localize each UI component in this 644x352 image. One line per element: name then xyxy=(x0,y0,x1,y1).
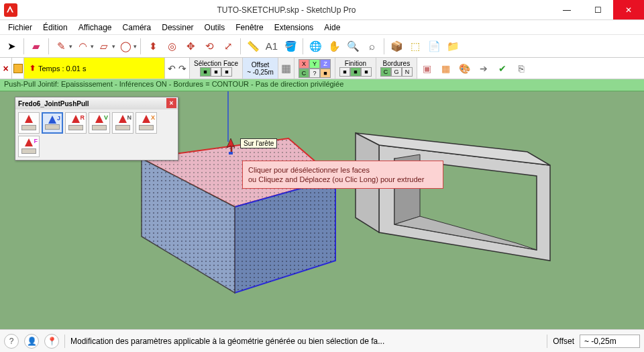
arc-tool-icon[interactable]: ◠ xyxy=(74,38,91,55)
undo-redo-group: ↶ ↷ xyxy=(165,58,190,79)
orbit-tool-icon[interactable]: 🌐 xyxy=(307,38,324,55)
status-text: Modification des paramètres applicable à… xyxy=(70,337,541,346)
menu-fenetre[interactable]: Fenêtre xyxy=(230,21,268,34)
hint-box: Cliquer pour désélectionner les faces ou… xyxy=(242,161,443,189)
tooltip-arete: Sur l'arête xyxy=(240,138,277,148)
rotate-tool-icon[interactable]: ⟲ xyxy=(201,38,218,55)
select-tool-icon[interactable]: ➤ xyxy=(3,38,20,55)
secondary-toolbar: × ⬆Temps : 0.01 s ↶ ↷ Sélection Face ■■■… xyxy=(0,58,644,79)
fredo6-close-icon[interactable]: × xyxy=(166,98,176,108)
fredo-tool-follow[interactable]: F xyxy=(18,136,40,157)
scale-tool-icon[interactable]: ⤢ xyxy=(219,38,237,55)
minimize-button[interactable]: — xyxy=(551,0,582,19)
tape-tool-icon[interactable]: 📏 xyxy=(244,38,262,55)
finition-panel[interactable]: Finition ■■■ xyxy=(335,58,376,79)
grid-icon-panel[interactable]: ▦ xyxy=(278,58,294,79)
panel-rollup-icon[interactable] xyxy=(12,58,24,79)
menu-camera[interactable]: Caméra xyxy=(117,21,157,34)
panel-close-icon[interactable]: × xyxy=(0,58,12,79)
status-bar: ? 👤 📍 Modification des paramètres applic… xyxy=(0,329,644,352)
undo-icon[interactable]: ↶ xyxy=(168,63,176,74)
fredo-tool-vector[interactable]: V xyxy=(89,112,110,134)
zoom-extents-icon[interactable]: ⌕ xyxy=(363,38,380,55)
geo-icon[interactable]: 📍 xyxy=(44,334,59,349)
fredo-tool-1[interactable] xyxy=(18,112,40,134)
warehouse-icon[interactable]: 📦 xyxy=(388,38,405,55)
extension-icon[interactable]: ⬚ xyxy=(407,38,424,55)
menu-bar: Fichier Édition Affichage Caméra Dessine… xyxy=(0,20,644,35)
move-tool-icon[interactable]: ✥ xyxy=(182,38,199,55)
exit-icon[interactable]: ⎘ xyxy=(514,61,529,76)
cube-wireframe-icon[interactable]: ▣ xyxy=(420,61,435,76)
help-icon[interactable]: ? xyxy=(4,334,19,349)
pan-tool-icon[interactable]: ✋ xyxy=(325,38,343,55)
close-button[interactable]: ✕ xyxy=(613,0,644,19)
check-icon[interactable]: ✔ xyxy=(495,61,510,76)
export-icon[interactable]: 📁 xyxy=(444,38,462,55)
title-bar: TUTO-SKETCHUP.skp - SketchUp Pro — ☐ ✕ xyxy=(0,0,644,20)
fredo6-title[interactable]: Fredo6_JointPushPull × xyxy=(15,97,178,109)
timer-display: ⬆Temps : 0.01 s xyxy=(24,58,165,79)
pushpull-tool-icon[interactable]: ⬍ xyxy=(144,38,162,55)
bordures-panel[interactable]: Bordures CGN xyxy=(376,58,417,79)
hint-line-1: Cliquer pour désélectionner les faces xyxy=(248,165,437,175)
redo-icon[interactable]: ↷ xyxy=(178,63,186,74)
window-buttons: — ☐ ✕ xyxy=(551,0,644,19)
status-offset-label: Offset xyxy=(553,337,574,346)
fredo-tool-round[interactable]: R xyxy=(65,112,87,134)
menu-fichier[interactable]: Fichier xyxy=(3,21,38,34)
palette-icon[interactable]: 🎨 xyxy=(458,61,472,76)
cursor-icon xyxy=(224,137,237,150)
right-icon-group: ▣ ▦ 🎨 ➔ ✔ ⎘ xyxy=(417,58,644,79)
user-icon[interactable]: 👤 xyxy=(24,334,39,349)
layout-icon[interactable]: 📄 xyxy=(425,38,443,55)
app-icon xyxy=(4,3,17,17)
maximize-button[interactable]: ☐ xyxy=(582,0,613,19)
window-title: TUTO-SKETCHUP.skp - SketchUp Pro xyxy=(21,5,551,15)
cube-orange-icon[interactable]: ▦ xyxy=(439,61,453,76)
line-tool-icon[interactable]: ✎ xyxy=(52,38,70,55)
status-offset-input[interactable]: ~ -0,25m xyxy=(580,335,640,348)
menu-edition[interactable]: Édition xyxy=(38,21,73,34)
xyz-panel[interactable]: X Y Z C ? ■ xyxy=(294,58,335,79)
menu-affichage[interactable]: Affichage xyxy=(73,21,117,34)
menu-outils[interactable]: Outils xyxy=(199,21,231,34)
rectangle-tool-icon[interactable]: ▱ xyxy=(95,38,113,55)
hint-line-2: ou Cliquez and Déplacez (ou Clic Long) p… xyxy=(248,175,437,184)
offset-panel[interactable]: Offset ~ -0,25m xyxy=(243,58,278,79)
menu-dessiner[interactable]: Dessiner xyxy=(156,21,199,34)
info-bar: Push-Pull Jointif: Epaississement - Infé… xyxy=(0,79,644,91)
fredo6-toolbar[interactable]: Fredo6_JointPushPull × J R V N X F xyxy=(15,97,178,161)
circle-tool-icon[interactable]: ◯ xyxy=(117,38,134,55)
selection-face-panel[interactable]: Sélection Face ■■■ xyxy=(190,58,243,79)
fredo-tool-extrude[interactable]: X xyxy=(136,112,157,134)
svg-rect-17 xyxy=(229,152,233,155)
offset-tool-icon[interactable]: ◎ xyxy=(163,38,180,55)
eraser-tool-icon[interactable]: ▰ xyxy=(28,38,45,55)
menu-aide[interactable]: Aide xyxy=(319,21,345,34)
fredo-tool-normal[interactable]: N xyxy=(112,112,133,134)
zoom-tool-icon[interactable]: 🔍 xyxy=(344,38,362,55)
fredo-tool-joint[interactable]: J xyxy=(42,112,63,134)
paint-tool-icon[interactable]: 🪣 xyxy=(282,38,299,55)
text-tool-icon[interactable]: A1 xyxy=(263,38,280,55)
menu-extensions[interactable]: Extensions xyxy=(269,21,319,34)
arrow-right-icon[interactable]: ➔ xyxy=(476,61,491,76)
main-toolbar: ➤ ▰ ✎▾ ◠▾ ▱▾ ◯▾ ⬍ ◎ ✥ ⟲ ⤢ 📏 A1 🪣 🌐 ✋ 🔍 ⌕… xyxy=(0,35,644,58)
viewport-3d[interactable]: Fredo6_JointPushPull × J R V N X F Sur l… xyxy=(0,91,644,329)
svg-marker-16 xyxy=(227,138,235,153)
